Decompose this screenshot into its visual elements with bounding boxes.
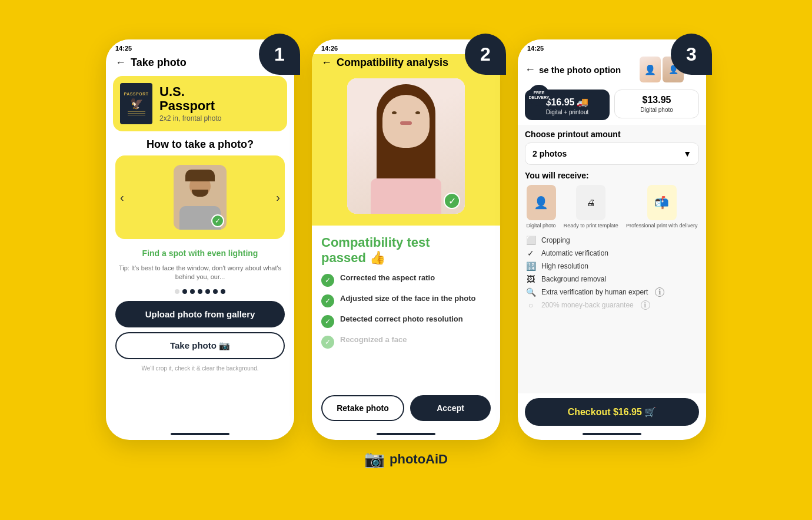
photo-option-title: se the photo option <box>539 65 636 75</box>
free-delivery-badge: FREE DELIVERY <box>528 85 550 106</box>
check-icon-3: ✓ <box>321 315 334 328</box>
thumb-1: 👤 <box>640 57 661 82</box>
print-template-icon: 🖨 <box>576 185 605 220</box>
step-badge-2: 2 <box>465 34 506 75</box>
phone-1: 14:25 ▪▪ ✦ ← Take photo PASSPORT 🦅 <box>106 39 294 440</box>
printout-value: 2 photos <box>533 149 567 158</box>
info-icon-2[interactable]: ℹ <box>641 300 650 310</box>
passport-info: U.S.Passport 2x2 in, frontal photo <box>159 85 221 122</box>
option-price-2: $13.95 <box>620 95 694 105</box>
compat-result-title: Compatibility test passed 👍 <box>321 235 491 266</box>
time-3: 14:25 <box>527 45 544 52</box>
dot-5 <box>205 289 210 294</box>
check-item-1: ✓ Corrected the aspect ratio <box>321 273 491 287</box>
receive-label-1: Digital photo <box>527 223 556 230</box>
resolution-icon: 🔢 <box>525 261 537 271</box>
passport-subtitle: 2x2 in, frontal photo <box>159 114 221 122</box>
receive-item-delivery: 📬 Professional print with delivery <box>626 185 698 230</box>
receive-item-digital: 👤 Digital photo <box>527 185 556 230</box>
printout-section-title: Choose printout amount <box>525 130 699 139</box>
man-beard <box>192 190 208 197</box>
receive-label-3: Professional print with delivery <box>626 223 698 230</box>
option-digital-wrapper: $13.95 Digital photo <box>614 90 699 120</box>
receive-label-2: Ready to print template <box>564 223 618 230</box>
check-item-3: ✓ Detected correct photo resolution <box>321 314 491 328</box>
check-text-2: Adjusted size of the face in the photo <box>340 294 475 304</box>
feature-text-2: Automatic verification <box>541 249 608 257</box>
feature-text-4: Background removal <box>541 275 606 283</box>
phone-3: 14:25 ▪▪ ✦ ← se the photo option 👤 👤 <box>518 39 706 440</box>
dot-6 <box>213 289 218 294</box>
take-photo-title: Take photo <box>131 57 187 69</box>
option-cards-row: FREE DELIVERY $16.95 🚚 Digital + printou… <box>518 87 706 125</box>
dot-3 <box>190 289 195 294</box>
receive-items-row: 👤 Digital photo 🖨 Ready to print templat… <box>525 185 699 230</box>
option-digital-printout-wrapper: FREE DELIVERY $16.95 🚚 Digital + printou… <box>525 90 610 120</box>
dot-1 <box>175 289 179 294</box>
search-icon: 🔍 <box>525 287 537 297</box>
woman-photo-frame: ✓ <box>347 78 465 214</box>
home-indicator-1 <box>171 433 229 435</box>
dot-2 <box>182 289 187 294</box>
eagle-icon: 🦅 <box>130 97 143 110</box>
take-photo-btn[interactable]: Take photo 📷 <box>115 332 285 359</box>
feature-human-expert: 🔍 Extra verification by human expert ℹ <box>525 287 699 297</box>
home-indicator-2 <box>377 433 435 435</box>
back-arrow-2[interactable]: ← <box>321 57 332 69</box>
background-icon: 🖼 <box>525 274 537 284</box>
time-1: 14:25 <box>115 45 132 52</box>
retake-btn[interactable]: Retake photo <box>321 395 404 421</box>
feature-text-3: High resolution <box>541 262 588 270</box>
photo-tip-area: ‹ ✓ › <box>115 155 285 239</box>
digital-photo-icon: 👤 <box>527 185 556 220</box>
woman-check-badge: ✓ <box>444 193 460 209</box>
option-desc-2: Digital photo <box>620 107 694 113</box>
option-card-inactive[interactable]: $13.95 Digital photo <box>614 90 699 118</box>
checkout-btn[interactable]: Checkout $16.95 🛒 <box>525 398 699 426</box>
check-icon-2: ✓ <box>321 294 334 307</box>
check-icon-4: ✓ <box>321 336 334 349</box>
brand-footer: 📷 photoAiD <box>364 449 448 469</box>
circle-icon: ○ <box>525 300 537 310</box>
next-tip-arrow[interactable]: › <box>276 191 280 204</box>
check-text-3: Detected correct photo resolution <box>340 314 463 324</box>
phone2-photo-area: ✓ <box>312 78 500 226</box>
tip-text-small: Tip: It's best to face the window, don't… <box>115 264 285 282</box>
photos-dropdown[interactable]: 2 photos ▼ <box>525 143 699 165</box>
option-desc-1: Digital + printout <box>530 109 605 115</box>
back-arrow-3[interactable]: ← <box>525 64 535 76</box>
upload-photo-btn[interactable]: Upload photo from gallery <box>115 301 285 327</box>
passport-section: PASSPORT 🦅 U.S.Passport 2x2 in, frontal … <box>113 76 287 131</box>
pagination-dots <box>115 289 285 294</box>
truck-icon: 🚚 <box>577 97 588 108</box>
phone-2: 14:26 ▪▪ ✦ ← Compatibility analysis <box>312 39 500 440</box>
feature-text-1: Cropping <box>541 236 570 244</box>
how-to-title: How to take a photo? <box>115 138 285 151</box>
step-badge-1: 1 <box>259 34 300 75</box>
passport-title: U.S.Passport <box>159 85 221 113</box>
dot-4 <box>198 289 202 294</box>
time-2: 14:26 <box>321 45 338 52</box>
bottom-text-1: We'll crop it, check it & clear the back… <box>115 365 285 372</box>
photo-check-badge: ✓ <box>211 214 224 227</box>
passport-book: PASSPORT 🦅 <box>120 83 152 124</box>
check-item-2: ✓ Adjusted size of the face in the photo <box>321 294 491 307</box>
phone2-buttons: Retake photo Accept <box>321 395 491 421</box>
check-item-4: ✓ Recognized a face <box>321 335 491 349</box>
compat-analysis-title: Compatibility analysis <box>337 57 448 69</box>
check-icon-1: ✓ <box>321 274 334 287</box>
feature-verification: ✓ Automatic verification <box>525 249 699 258</box>
feature-resolution: 🔢 High resolution <box>525 261 699 271</box>
accept-btn[interactable]: Accept <box>410 395 491 421</box>
info-icon-1[interactable]: ℹ <box>655 287 664 297</box>
dot-7 <box>221 289 225 294</box>
back-arrow-1[interactable]: ← <box>115 57 126 69</box>
home-indicator-3 <box>583 433 641 435</box>
passport-lines <box>128 111 145 115</box>
phone2-content: Compatibility test passed 👍 ✓ Corrected … <box>312 226 500 430</box>
features-list: ⬜ Cropping ✓ Automatic verification 🔢 Hi… <box>525 236 699 310</box>
brand-icon: 📷 <box>364 449 385 469</box>
phone3-content: Choose printout amount 2 photos ▼ You wi… <box>518 125 706 393</box>
feature-money-back: ○ 200% money-back guarantee ℹ <box>525 300 699 310</box>
prev-tip-arrow[interactable]: ‹ <box>120 191 124 204</box>
